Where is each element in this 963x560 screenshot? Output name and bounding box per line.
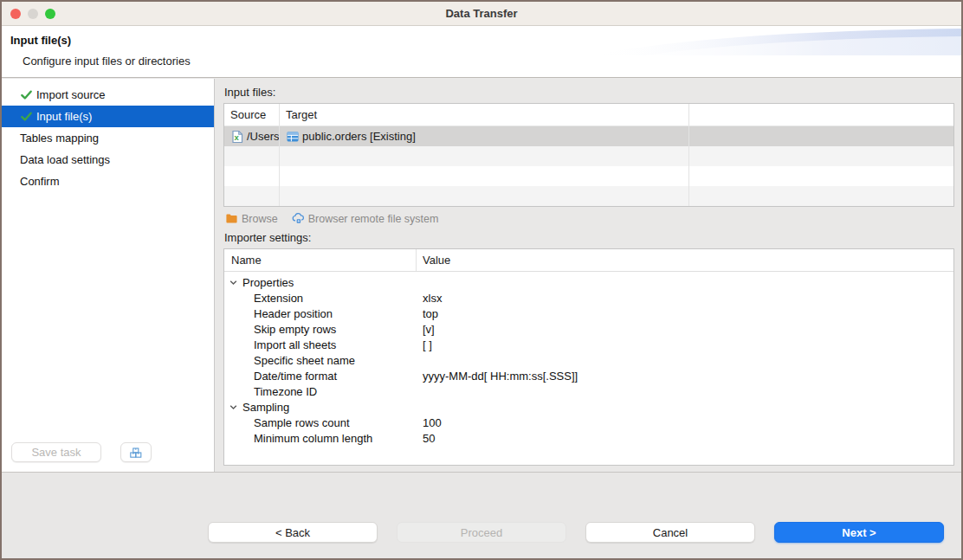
settings-value[interactable]: 100: [417, 416, 953, 429]
page-subtitle: Configure input files or directories: [23, 55, 191, 68]
settings-row[interactable]: Header position top: [224, 306, 953, 321]
settings-value[interactable]: yyyy-MM-dd[ HH:mm:ss[.SSS]]: [417, 370, 953, 383]
window-title: Data Transfer: [2, 2, 961, 26]
settings-row[interactable]: Timezone ID: [224, 383, 953, 399]
back-button[interactable]: < Back: [208, 522, 378, 543]
browse-label: Browse: [242, 213, 278, 225]
task-boxes-icon: [129, 446, 143, 460]
column-header-value[interactable]: Value: [417, 249, 953, 271]
settings-row[interactable]: Import all sheets [ ]: [224, 337, 953, 352]
column-header-source[interactable]: Source: [224, 104, 280, 126]
files-toolbar: Browse Browser remote file system: [223, 207, 954, 229]
sidebar-item-label: Tables mapping: [20, 132, 99, 145]
data-transfer-dialog: Data Transfer Input file(s) Configure in…: [0, 0, 963, 560]
settings-group-row[interactable]: Sampling: [224, 399, 953, 415]
settings-value[interactable]: xlsx: [417, 292, 953, 305]
table-row-empty: [224, 166, 953, 186]
cloud-download-icon: [292, 212, 305, 225]
settings-name: Minimum column length: [224, 432, 417, 445]
settings-name: Date/time format: [224, 370, 417, 383]
settings-value[interactable]: 50: [417, 432, 953, 445]
checkmark-icon: [20, 110, 33, 123]
settings-name: Timezone ID: [224, 385, 417, 398]
database-table-icon: [286, 130, 300, 144]
sidebar-item-label: Input file(s): [36, 110, 92, 123]
settings-name: Sample rows count: [224, 416, 417, 429]
column-header-empty: [689, 104, 953, 126]
next-button[interactable]: Next >: [774, 522, 944, 543]
settings-row[interactable]: Extension xlsx: [224, 290, 953, 306]
sidebar-item-tables-mapping[interactable]: Tables mapping: [2, 127, 214, 149]
browse-button[interactable]: Browse: [225, 212, 278, 225]
save-task-button[interactable]: Save task: [11, 442, 101, 462]
title-bar: Data Transfer: [2, 2, 961, 26]
settings-row[interactable]: Specific sheet name: [224, 352, 953, 368]
proceed-button[interactable]: Proceed: [397, 522, 566, 543]
browse-remote-button[interactable]: Browser remote file system: [292, 212, 439, 225]
sidebar-item-label: Import source: [36, 88, 105, 101]
settings-group-row[interactable]: Properties: [224, 274, 953, 290]
sidebar-item-data-load-settings[interactable]: Data load settings: [2, 149, 214, 171]
chevron-down-icon[interactable]: [229, 278, 238, 287]
xlsx-file-icon: x: [230, 130, 244, 144]
column-header-target[interactable]: Target: [280, 104, 689, 126]
settings-group-label: Sampling: [242, 401, 289, 414]
chevron-down-icon[interactable]: [229, 402, 238, 412]
wizard-banner: Input file(s) Configure input files or d…: [2, 26, 961, 78]
settings-name: Extension: [224, 292, 417, 305]
importer-settings-label: Importer settings:: [223, 229, 954, 248]
source-file-path: /Users/: [247, 130, 280, 143]
svg-text:x: x: [235, 132, 240, 142]
settings-row[interactable]: Sample rows count 100: [224, 415, 953, 430]
page-title: Input file(s): [10, 34, 71, 47]
sidebar-item-input-files[interactable]: Input file(s): [2, 106, 214, 127]
sidebar-item-import-source[interactable]: Import source: [2, 84, 214, 106]
banner-gradient: [589, 26, 961, 59]
settings-group-label: Properties: [242, 276, 294, 289]
target-table-name: public.orders [Existing]: [302, 130, 416, 143]
wizard-steps-sidebar: Import source Input file(s) Tables mappi…: [2, 79, 215, 472]
browse-remote-label: Browser remote file system: [308, 213, 439, 225]
folder-icon: [225, 212, 238, 225]
table-row-empty: [224, 146, 953, 166]
settings-row[interactable]: Minimum column length 50: [224, 430, 953, 446]
table-row-empty: [224, 186, 953, 206]
settings-name: Skip empty rows: [224, 323, 417, 336]
input-files-label: Input files:: [223, 83, 954, 103]
dialog-footer: < Back Proceed Cancel Next >: [2, 472, 961, 558]
settings-value[interactable]: [v]: [417, 323, 953, 336]
task-settings-button[interactable]: [120, 442, 152, 462]
checkmark-icon: [20, 88, 33, 101]
input-files-table: Source Target x /Users/: [223, 103, 954, 207]
settings-table-header: Name Value: [224, 249, 953, 272]
settings-name: Header position: [224, 307, 417, 320]
cancel-button[interactable]: Cancel: [585, 522, 755, 543]
sidebar-item-confirm[interactable]: Confirm: [2, 171, 214, 192]
settings-name: Import all sheets: [224, 338, 417, 351]
input-files-panel: Input files: Source Target x /Users/: [216, 79, 961, 472]
settings-name: Specific sheet name: [224, 354, 417, 367]
settings-row[interactable]: Skip empty rows [v]: [224, 321, 953, 337]
settings-tree: Properties Extension xlsx Header positio…: [224, 272, 953, 446]
settings-value[interactable]: top: [417, 307, 953, 320]
sidebar-item-label: Data load settings: [20, 153, 110, 166]
importer-settings-table: Name Value Properties Extension xlsx: [223, 248, 954, 466]
settings-value[interactable]: [ ]: [417, 338, 953, 351]
settings-row[interactable]: Date/time format yyyy-MM-dd[ HH:mm:ss[.S…: [224, 368, 953, 383]
column-header-name[interactable]: Name: [224, 249, 417, 271]
sidebar-item-label: Confirm: [20, 175, 60, 188]
table-row[interactable]: x /Users/ publi: [224, 126, 953, 146]
input-files-table-header: Source Target: [224, 104, 953, 126]
